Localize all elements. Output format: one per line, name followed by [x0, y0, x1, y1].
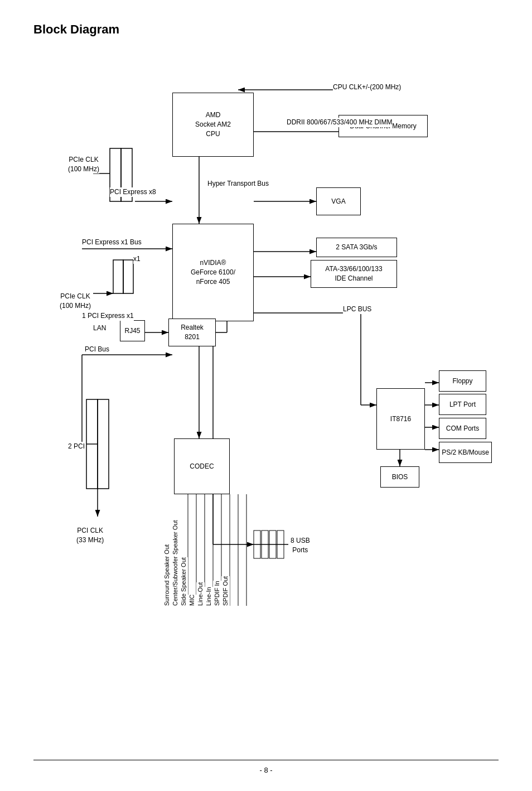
it8716-box: IT8716	[376, 388, 425, 450]
nvidia-label: nVIDIA® GeForce 6100/ nForce 405	[191, 258, 235, 286]
mic-label: MIC	[188, 595, 196, 606]
pci-2-label: 2 PCI	[68, 442, 85, 451]
svg-rect-12	[113, 260, 123, 293]
sata-label: 2 SATA 3Gb/s	[336, 243, 377, 252]
pcie-clk-bottom-label: PCIe CLK (100 MHz)	[60, 282, 91, 310]
svg-rect-39	[262, 530, 268, 558]
ps2-box: PS/2 KB/Mouse	[439, 442, 492, 463]
pci-express-x8-label: PCI Express x8	[110, 187, 156, 197]
ide-label: ATA-33/66/100/133 IDE Channel	[325, 264, 382, 283]
svg-rect-11	[123, 260, 133, 293]
ide-box: ATA-33/66/100/133 IDE Channel	[311, 260, 397, 288]
svg-rect-29	[98, 399, 109, 489]
pcie-clk-top-label: PCIe CLK (100 MHz)	[68, 146, 99, 173]
svg-rect-40	[269, 530, 276, 558]
svg-rect-38	[254, 530, 260, 558]
codec-label: CODEC	[190, 462, 214, 471]
vga-label: VGA	[331, 197, 345, 206]
hyper-transport-label: Hyper Transport Bus	[207, 179, 269, 189]
sata-box: 2 SATA 3Gb/s	[316, 238, 397, 257]
pci-express-x1-bus-label: PCI Express x1 Bus	[82, 238, 142, 247]
rj45-box: RJ45	[120, 320, 145, 341]
com-box: COM Ports	[439, 418, 486, 439]
side-label: Side Speaker Out	[180, 557, 188, 606]
bios-box: BIOS	[380, 466, 419, 488]
usb-label: 8 USB Ports	[291, 536, 310, 555]
lpt-box: LPT Port	[439, 394, 486, 415]
lan-label: LAN	[93, 324, 106, 333]
ddrii-label: DDRII 800/667/533/400 MHz DIMM	[287, 118, 392, 127]
spdif-in-label: SPDIF In	[213, 581, 221, 606]
lpc-bus-label: LPC BUS	[343, 305, 371, 314]
diagram-container: AMD Socket AM2 CPU Dual Channel Memory n…	[37, 59, 495, 740]
svg-rect-30	[86, 399, 98, 489]
surround-label: Surround Speaker Out	[163, 544, 171, 606]
com-label: COM Ports	[446, 424, 479, 433]
pci-clk-label: PCI CLK (33 MHz)	[76, 517, 104, 544]
spdif-out-label: SPDIF Out	[221, 576, 230, 606]
line-in-label: Line-In	[205, 587, 213, 606]
amd-cpu-label: AMD Socket AM2 CPU	[195, 110, 231, 138]
realtek-label: Realtek 8201	[181, 323, 204, 342]
amd-cpu-box: AMD Socket AM2 CPU	[172, 93, 254, 157]
svg-rect-41	[277, 530, 284, 558]
lpt-label: LPT Port	[449, 400, 476, 409]
cpu-clk-label: CPU CLK+/-(200 MHz)	[333, 83, 401, 92]
page-title: Block Diagram	[33, 22, 499, 37]
bios-label: BIOS	[392, 472, 408, 482]
footer-text: - 8 -	[259, 766, 272, 774]
center-sub-label: Center/Subwoofer Speaker Out	[171, 520, 180, 606]
codec-box: CODEC	[174, 438, 230, 494]
pci-express-x1-label: 1 PCI Express x1	[82, 311, 134, 321]
rj45-label: RJ45	[124, 326, 140, 336]
page-footer: - 8 -	[33, 760, 499, 774]
pci-bus-label: PCI Bus	[85, 345, 109, 354]
it8716-label: IT8716	[390, 414, 411, 424]
line-out-label: Line-Out	[196, 582, 205, 606]
floppy-label: Floppy	[452, 377, 472, 386]
vga-box: VGA	[316, 187, 361, 215]
floppy-box: Floppy	[439, 370, 486, 392]
page: Block Diagram	[0, 0, 532, 791]
ps2-label: PS/2 KB/Mouse	[442, 448, 489, 457]
x1-label: x1	[133, 254, 141, 264]
nvidia-box: nVIDIA® GeForce 6100/ nForce 405	[172, 224, 254, 321]
realtek-box: Realtek 8201	[168, 319, 216, 346]
